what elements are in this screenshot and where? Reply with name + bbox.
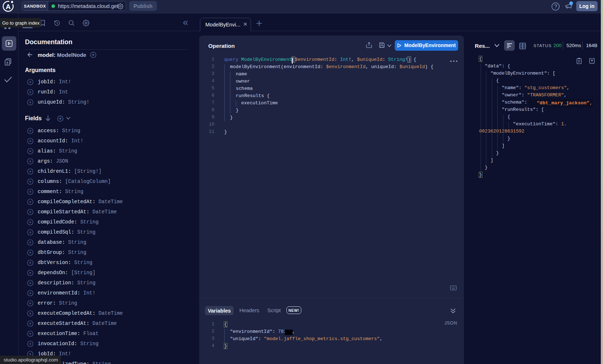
svg-text:A: A: [6, 3, 11, 11]
